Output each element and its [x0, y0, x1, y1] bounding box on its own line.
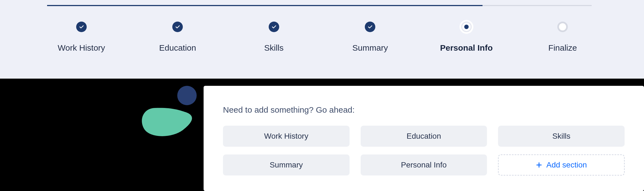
add-section-button[interactable]: Add section	[498, 154, 625, 175]
progress-stepper: Work History Education Skills Summary Pe…	[0, 0, 644, 79]
add-something-card: Need to add something? Go ahead: Work Hi…	[204, 86, 644, 191]
step-label: Education	[159, 43, 196, 53]
step-skills[interactable]: Skills	[226, 22, 322, 53]
connector	[373, 5, 483, 6]
decorative-circle-icon	[177, 86, 197, 105]
step-label: Work History	[58, 43, 105, 53]
add-section-label: Add section	[546, 161, 587, 169]
step-label: Summary	[352, 43, 388, 53]
step-finalize[interactable]: Finalize	[515, 22, 611, 53]
section-button-work-history[interactable]: Work History	[223, 126, 350, 147]
step-label: Personal Info	[440, 43, 493, 53]
step-summary[interactable]: Summary	[322, 22, 419, 53]
check-icon	[367, 24, 373, 30]
step-work-history[interactable]: Work History	[33, 22, 130, 53]
check-icon	[175, 24, 180, 30]
step-dot	[76, 22, 87, 32]
section-button-education[interactable]: Education	[361, 126, 487, 147]
check-icon	[79, 24, 84, 30]
connector	[264, 5, 373, 6]
connector	[47, 5, 155, 6]
step-dot	[365, 22, 375, 32]
section-button-skills[interactable]: Skills	[498, 126, 625, 147]
plus-icon	[536, 162, 542, 168]
step-personal-info[interactable]: Personal Info	[418, 22, 515, 53]
step-dot	[172, 22, 183, 32]
step-dot-current	[461, 22, 472, 32]
decorative-blob-icon	[138, 100, 199, 141]
card-prompt: Need to add something? Go ahead:	[223, 105, 625, 115]
connector	[483, 5, 592, 6]
section-grid: Work History Education Skills Summary Pe…	[223, 126, 625, 175]
step-label: Finalize	[548, 43, 577, 53]
stepper-track: Work History Education Skills Summary Pe…	[33, 22, 611, 53]
check-icon	[271, 24, 277, 30]
step-dot	[269, 22, 279, 32]
step-label: Skills	[264, 43, 284, 53]
connector	[155, 5, 264, 6]
step-dot-future	[557, 22, 568, 32]
step-education[interactable]: Education	[130, 22, 226, 53]
section-button-personal-info[interactable]: Personal Info	[361, 154, 487, 175]
section-button-summary[interactable]: Summary	[223, 154, 350, 175]
